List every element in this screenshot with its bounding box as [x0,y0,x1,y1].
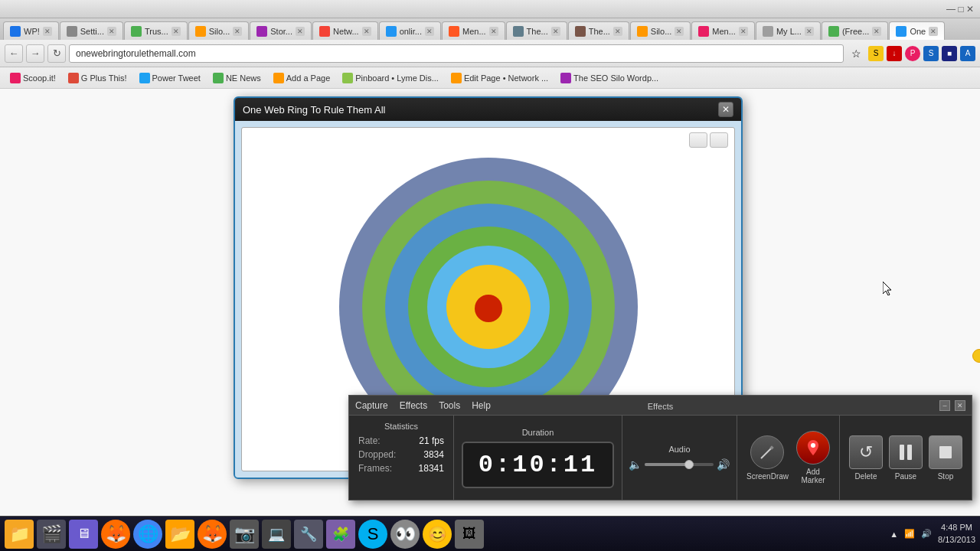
delete-icon: ↺ [849,435,883,469]
popup-toolbar-btn2[interactable] [710,132,728,148]
toolbar-ext1[interactable]: S [868,46,884,61]
bookmark-scoopit[interactable]: Scoop.it! [6,71,60,85]
browser-tab-8[interactable]: The... ✕ [506,21,567,40]
addmarker-icon [796,431,830,465]
screendraw-label: ScreenDraw [746,472,789,481]
taskbar-puzzle[interactable]: 🧩 [326,520,355,549]
audio-slider[interactable] [645,463,714,466]
stat-rate-row: Rate: 21 fps [358,435,444,446]
taskbar-skype[interactable]: S [358,520,387,549]
statistics-section: Statistics Rate: 21 fps Dropped: 3834 Fr… [349,416,454,500]
taskbar-face[interactable]: 😊 [423,520,452,549]
addmarker-button[interactable]: Add Marker [796,431,830,484]
popup-close-button[interactable]: ✕ [718,102,733,117]
stop-icon [929,435,962,469]
menu-effects[interactable]: Effects [400,400,427,411]
taskbar-folder[interactable]: 📂 [165,520,194,549]
popup-toolbar-btn1[interactable] [689,132,707,148]
effects-title: Effects [648,402,673,411]
bookmark-gplus[interactable]: G Plus This! [64,71,131,85]
taskbar-firefox1[interactable]: 🦊 [101,520,130,549]
taskbar-eyes[interactable]: 👀 [390,520,420,549]
pinboard-icon [342,73,353,83]
taskbar-app3[interactable]: 🖼 [455,520,484,549]
taskbar-files[interactable]: 📁 [5,520,34,549]
taskbar-app2[interactable]: 🔧 [294,520,323,549]
browser-tab-9[interactable]: The... ✕ [568,21,629,40]
browser-titlebar: — □ ✕ [0,0,980,18]
browser-tab-5[interactable]: Netw... ✕ [312,21,378,40]
toolbar-ext2[interactable]: ↓ [887,46,902,61]
toolbar-ext4[interactable]: S [923,46,939,61]
browser-tab-14[interactable]: One ✕ [889,21,945,40]
bookmark-seosilo[interactable]: The SEO Silo Wordp... [557,71,662,85]
browser-tab-11[interactable]: Men... ✕ [691,21,755,40]
delete-label: Delete [855,472,877,481]
toolbar-ext5[interactable]: ■ [942,46,957,61]
bookmark-addpage[interactable]: Add a Page [270,71,335,85]
taskbar-chrome[interactable]: 🌐 [133,520,162,549]
browser-tab-1[interactable]: Setti... ✕ [60,21,123,40]
pause-button[interactable]: Pause [889,435,923,481]
recorder-body: Statistics Rate: 21 fps Dropped: 3834 Fr… [349,416,972,500]
forward-button[interactable]: → [26,44,44,63]
screendraw-button[interactable]: ScreenDraw [746,435,789,481]
recorder-close-btn[interactable]: ✕ [955,400,965,411]
bookmark-editpage[interactable]: Edit Page • Network ... [447,71,552,85]
taskbar-mediaplayer[interactable]: 🎬 [37,520,66,549]
browser-tab-12[interactable]: My L... ✕ [756,21,821,40]
taskbar-app1[interactable]: 💻 [262,520,291,549]
toolbar-ext3[interactable]: P [905,46,920,61]
delete-button[interactable]: ↺ Delete [849,435,883,481]
popup-inner-toolbar [689,132,728,148]
browser-tab-6[interactable]: onlir... ✕ [379,21,441,40]
browser-tab-0[interactable]: WP! ✕ [3,21,59,40]
seosilo-icon [560,73,571,83]
address-bar[interactable] [69,44,844,63]
menu-help[interactable]: Help [472,400,491,411]
dropped-value: 3834 [423,449,444,460]
taskbar-time: 4:48 PM [938,522,975,533]
audio-title: Audio [668,445,690,454]
taskbar-firefox2[interactable]: 🦊 [198,520,227,549]
browser-tab-2[interactable]: Trus... ✕ [124,21,188,40]
taskbar-camera[interactable]: 📷 [230,520,259,549]
browser-tab-3[interactable]: Silo... ✕ [188,21,250,40]
editpage-icon [451,73,462,83]
bookmark-nenews[interactable]: NE News [209,71,265,85]
frames-label: Frames: [358,463,392,474]
toolbar-ext6[interactable]: A [960,46,975,61]
bookmark-star[interactable]: ☆ [847,44,865,63]
menu-tools[interactable]: Tools [439,400,460,411]
taskbar: 📁 🎬 🖥 🦊 🌐 📂 🦊 📷 💻 🔧 🧩 S 👀 😊 🖼 ▲ 📶 🔊 4:48… [0,516,980,551]
bookmarks-bar: Scoop.it! G Plus This! Power Tweet NE Ne… [0,67,980,89]
browser-tab-13[interactable]: (Free... ✕ [822,21,888,40]
browser-toolbar: ← → ↻ ☆ S ↓ P S ■ A [0,40,980,67]
audio-section: Audio 🔈 🔊 [622,416,737,500]
recorder-minimize-btn[interactable]: – [939,400,950,411]
rate-value: 21 fps [419,435,444,446]
pause-icon [889,435,923,469]
browser-tab-7[interactable]: Men... ✕ [442,21,505,40]
sys-hide-icon[interactable]: ▲ [890,530,898,539]
popup-titlebar: One Web Ring To Rule Them All ✕ [235,98,741,121]
nenews-icon [213,73,224,83]
recorder-menus: Capture Effects Tools Help [355,400,491,411]
addmarker-label: Add Marker [796,468,830,484]
main-content: One Web Ring To Rule Them All ✕ [0,89,980,551]
browser-tab-4[interactable]: Stor... ✕ [250,21,312,40]
taskbar-date: 8/13/2013 [938,534,975,546]
toolbar-icons: ☆ S ↓ P S ■ A [847,44,975,63]
stop-button[interactable]: Stop [929,435,962,481]
bookmark-pinboard[interactable]: Pinboard • Lyme Dis... [338,71,443,85]
bookmark-powertweet[interactable]: Power Tweet [136,71,204,85]
back-button[interactable]: ← [5,44,23,63]
dropped-label: Dropped: [358,449,396,460]
popup-title: One Web Ring To Rule Them All [243,104,385,116]
menu-capture[interactable]: Capture [355,400,388,411]
reload-button[interactable]: ↻ [47,44,66,63]
taskbar-display[interactable]: 🖥 [69,520,98,549]
audio-slider-track [645,463,686,466]
browser-tab-10[interactable]: Silo... ✕ [630,21,691,40]
mouse-cursor [883,282,892,295]
